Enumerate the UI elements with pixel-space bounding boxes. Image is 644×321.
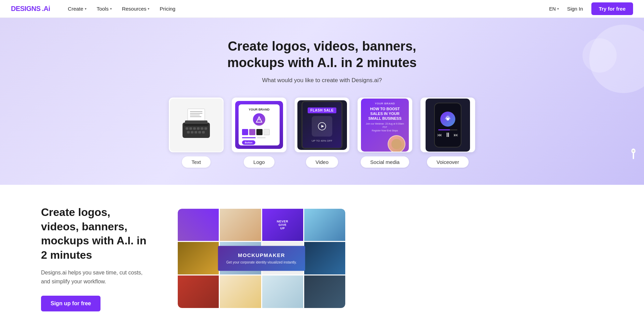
svg-rect-13	[187, 131, 190, 133]
chevron-down-icon: ▾	[557, 7, 559, 11]
features-title: Create logos, videos, banners, mockups w…	[41, 205, 150, 262]
card-text-label: Text	[182, 156, 211, 168]
card-social-label: Social media	[361, 156, 409, 168]
mockup-cell-12	[304, 275, 345, 308]
mockup-cell-5	[178, 242, 219, 274]
svg-rect-17	[202, 131, 205, 133]
try-free-button[interactable]: Try for free	[591, 2, 633, 15]
svg-rect-8	[189, 127, 192, 130]
card-text[interactable]: Text	[169, 98, 224, 168]
card-logo-label: Logo	[244, 156, 274, 168]
nav-create[interactable]: Create ▾	[64, 4, 91, 14]
svg-point-20	[258, 118, 260, 120]
mockup-overlay-subtitle: Get your corporate identity visualized i…	[226, 260, 297, 265]
card-video-label: Video	[306, 156, 338, 168]
features-desc: Designs.ai helps you save time, cut cost…	[41, 268, 150, 286]
features-section: Create logos, videos, banners, mockups w…	[0, 185, 644, 321]
svg-rect-10	[197, 127, 200, 130]
mockup-cell-1	[178, 209, 219, 241]
hero-subtitle: What would you like to create with Desig…	[11, 77, 633, 84]
language-selector[interactable]: EN ▾	[549, 6, 559, 12]
svg-rect-14	[191, 131, 193, 133]
svg-rect-7	[186, 127, 188, 130]
svg-rect-11	[201, 127, 203, 130]
mockup-cell-3: NEVERGIVEUP	[262, 209, 303, 241]
chevron-down-icon: ▾	[148, 7, 149, 11]
mockup-cell-2	[220, 209, 261, 241]
creation-cards: Text YOUR BRAND	[11, 98, 633, 168]
mockup-cell-10	[220, 275, 261, 308]
social-illustration: YOUR BRAND HOW TO BOOST SALES IN YOUR SM…	[361, 99, 409, 152]
nav-items: Create ▾ Tools ▾ Resources ▾ Pricing	[64, 4, 549, 14]
brand-logo[interactable]: DESIGNS.Ai	[11, 5, 50, 13]
chevron-down-icon: ▾	[85, 7, 86, 11]
card-voiceover-label: Voiceover	[427, 156, 469, 168]
mockup-overlay-title: MOCKUPMAKER	[226, 252, 297, 258]
nav-tools[interactable]: Tools ▾	[93, 4, 116, 14]
card-video[interactable]: FLASH SALE UP TO 40% OFF Video	[295, 98, 349, 168]
video-illustration: FLASH SALE UP TO 40% OFF	[297, 100, 347, 150]
nav-resources[interactable]: Resources ▾	[118, 4, 154, 14]
svg-rect-15	[194, 131, 197, 133]
navbar: DESIGNS.Ai Create ▾ Tools ▾ Resources ▾ …	[0, 0, 644, 18]
features-text: Create logos, videos, banners, mockups w…	[41, 205, 150, 311]
brand-name: DESIGNS	[11, 5, 41, 13]
mockup-cell-8	[304, 242, 345, 274]
card-logo[interactable]: YOUR BRAND	[232, 98, 286, 168]
logo-illustration: YOUR BRAND	[235, 101, 283, 149]
voiceover-illustration: ⏮ ⏸ ⏭	[426, 99, 470, 152]
nav-right: EN ▾ Sign In Try for free	[549, 2, 633, 15]
card-voiceover-image: ⏮ ⏸ ⏭	[420, 98, 475, 152]
chevron-down-icon: ▾	[110, 7, 112, 11]
card-text-image	[169, 98, 224, 152]
features-mockup-image: NEVERGIVEUP MOCKUPMAKER Get your corpora…	[178, 209, 345, 308]
mockup-cell-4	[304, 209, 345, 241]
mockup-overlay: MOCKUPMAKER Get your corporate identity …	[218, 246, 305, 271]
card-social[interactable]: YOUR BRAND HOW TO BOOST SALES IN YOUR SM…	[358, 98, 412, 168]
svg-rect-16	[198, 131, 201, 133]
card-voiceover[interactable]: ⏮ ⏸ ⏭	[420, 98, 475, 168]
svg-point-23	[446, 118, 449, 120]
typewriter-illustration	[170, 99, 223, 152]
hero-title: Create logos, videos, banners, mockups w…	[206, 38, 438, 71]
svg-rect-18	[184, 124, 208, 126]
mockup-cell-11	[262, 275, 303, 308]
sign-in-button[interactable]: Sign In	[563, 4, 587, 14]
nav-pricing[interactable]: Pricing	[156, 4, 179, 14]
card-social-image: YOUR BRAND HOW TO BOOST SALES IN YOUR SM…	[358, 98, 412, 152]
signup-button[interactable]: Sign up for free	[41, 296, 100, 311]
svg-marker-22	[321, 125, 324, 128]
svg-rect-12	[204, 127, 207, 130]
svg-rect-9	[193, 127, 196, 130]
card-video-image: FLASH SALE UP TO 40% OFF	[295, 98, 349, 152]
mockup-cell-9	[178, 275, 219, 308]
brand-suffix: .Ai	[42, 5, 50, 13]
hero-section: Create logos, videos, banners, mockups w…	[0, 18, 644, 185]
card-logo-image: YOUR BRAND	[232, 98, 286, 152]
